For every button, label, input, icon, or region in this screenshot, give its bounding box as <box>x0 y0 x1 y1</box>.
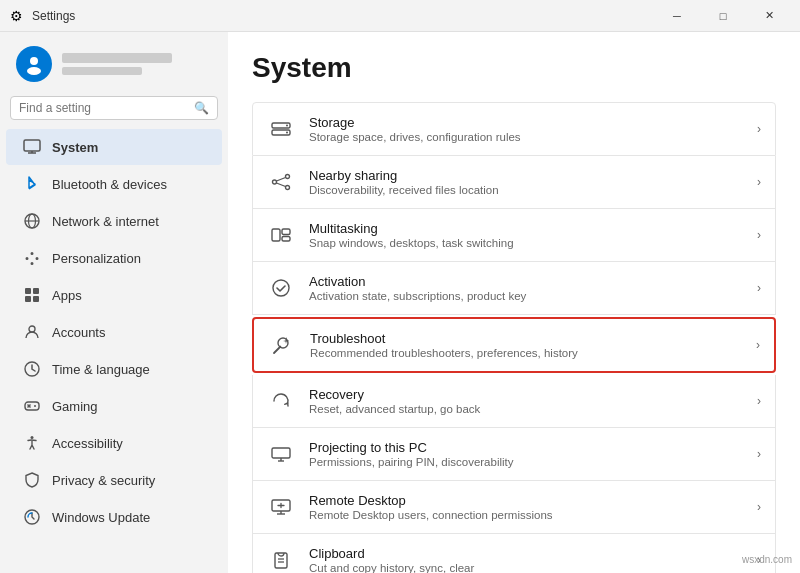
svg-point-18 <box>34 405 36 407</box>
sidebar-item-system[interactable]: System <box>6 129 222 165</box>
storage-icon <box>267 115 295 143</box>
settings-item-remote-desktop[interactable]: Remote Desktop Remote Desktop users, con… <box>252 481 776 534</box>
user-section <box>0 32 228 92</box>
sidebar-item-accessibility[interactable]: Accessibility <box>6 425 222 461</box>
item-text-nearby-sharing: Nearby sharing Discoverability, received… <box>309 168 743 196</box>
sidebar-item-windows-update[interactable]: Windows Update <box>6 499 222 535</box>
chevron-icon: › <box>757 175 761 189</box>
item-title-nearby-sharing: Nearby sharing <box>309 168 743 183</box>
sidebar-item-network[interactable]: Network & internet <box>6 203 222 239</box>
svg-line-29 <box>277 183 286 187</box>
troubleshoot-icon <box>268 331 296 359</box>
watermark: wsxdn.com <box>742 554 792 565</box>
accessibility-icon <box>22 433 42 453</box>
item-text-recovery: Recovery Reset, advanced startup, go bac… <box>309 387 743 415</box>
item-text-troubleshoot: Troubleshoot Recommended troubleshooters… <box>310 331 742 359</box>
chevron-icon: › <box>757 228 761 242</box>
sidebar-item-bluetooth[interactable]: Bluetooth & devices <box>6 166 222 202</box>
sidebar-item-label: Network & internet <box>52 214 159 229</box>
svg-point-24 <box>286 132 288 134</box>
sidebar-item-label: Time & language <box>52 362 150 377</box>
item-text-clipboard: Clipboard Cut and copy history, sync, cl… <box>309 546 743 573</box>
svg-point-23 <box>286 125 288 127</box>
page-title: System <box>252 52 776 84</box>
sidebar-item-label: Windows Update <box>52 510 150 525</box>
sidebar-item-personalization[interactable]: Personalization <box>6 240 222 276</box>
settings-item-troubleshoot[interactable]: Troubleshoot Recommended troubleshooters… <box>252 317 776 373</box>
svg-point-27 <box>286 186 290 190</box>
item-title-troubleshoot: Troubleshoot <box>310 331 742 346</box>
chevron-icon: › <box>757 281 761 295</box>
user-sub-bar <box>62 67 142 75</box>
minimize-button[interactable]: ─ <box>654 0 700 32</box>
main-content: System Storage Storage space, drives, co… <box>228 32 800 573</box>
sidebar-item-accounts[interactable]: Accounts <box>6 314 222 350</box>
time-icon <box>22 359 42 379</box>
maximize-button[interactable]: □ <box>700 0 746 32</box>
titlebar: ⚙ Settings ─ □ ✕ <box>0 0 800 32</box>
nearby-sharing-icon <box>267 168 295 196</box>
chevron-icon: › <box>757 500 761 514</box>
nav-list: System Bluetooth & devices Network & int… <box>0 128 228 536</box>
item-text-activation: Activation Activation state, subscriptio… <box>309 274 743 302</box>
search-input[interactable] <box>19 101 188 115</box>
settings-item-projecting[interactable]: Projecting to this PC Permissions, pairi… <box>252 428 776 481</box>
item-desc-projecting: Permissions, pairing PIN, discoverabilit… <box>309 456 743 468</box>
app-container: 🔍 System Bluetooth & devices Network & i… <box>0 32 800 573</box>
network-icon <box>22 211 42 231</box>
item-title-multitasking: Multitasking <box>309 221 743 236</box>
sidebar-item-label: Personalization <box>52 251 141 266</box>
sidebar-item-time[interactable]: Time & language <box>6 351 222 387</box>
svg-point-26 <box>286 175 290 179</box>
item-text-storage: Storage Storage space, drives, configura… <box>309 115 743 143</box>
item-desc-troubleshoot: Recommended troubleshooters, preferences… <box>310 347 742 359</box>
settings-item-clipboard[interactable]: Clipboard Cut and copy history, sync, cl… <box>252 534 776 573</box>
privacy-icon <box>22 470 42 490</box>
item-desc-activation: Activation state, subscriptions, product… <box>309 290 743 302</box>
sidebar-item-label: Apps <box>52 288 82 303</box>
svg-rect-10 <box>25 296 31 302</box>
personalization-icon <box>22 248 42 268</box>
item-text-projecting: Projecting to this PC Permissions, pairi… <box>309 440 743 468</box>
settings-item-activation[interactable]: Activation Activation state, subscriptio… <box>252 262 776 315</box>
sidebar: 🔍 System Bluetooth & devices Network & i… <box>0 32 228 573</box>
windows-update-icon <box>22 507 42 527</box>
item-title-clipboard: Clipboard <box>309 546 743 561</box>
settings-item-multitasking[interactable]: Multitasking Snap windows, desktops, tas… <box>252 209 776 262</box>
item-desc-multitasking: Snap windows, desktops, task switching <box>309 237 743 249</box>
settings-item-recovery[interactable]: Recovery Reset, advanced startup, go bac… <box>252 375 776 428</box>
item-title-activation: Activation <box>309 274 743 289</box>
sidebar-item-label: Bluetooth & devices <box>52 177 167 192</box>
clipboard-icon <box>267 546 295 573</box>
chevron-icon: › <box>757 447 761 461</box>
sidebar-item-label: System <box>52 140 98 155</box>
user-info <box>62 53 172 75</box>
item-desc-recovery: Reset, advanced startup, go back <box>309 403 743 415</box>
search-box[interactable]: 🔍 <box>10 96 218 120</box>
chevron-icon: › <box>756 338 760 352</box>
chevron-icon: › <box>757 394 761 408</box>
settings-icon: ⚙ <box>8 8 24 24</box>
svg-rect-34 <box>272 448 290 458</box>
sidebar-item-apps[interactable]: Apps <box>6 277 222 313</box>
activation-icon <box>267 274 295 302</box>
svg-rect-30 <box>272 229 280 241</box>
sidebar-item-privacy[interactable]: Privacy & security <box>6 462 222 498</box>
settings-list: Storage Storage space, drives, configura… <box>252 102 776 573</box>
search-icon: 🔍 <box>194 101 209 115</box>
item-title-projecting: Projecting to this PC <box>309 440 743 455</box>
sidebar-item-label: Gaming <box>52 399 98 414</box>
item-desc-clipboard: Cut and copy history, sync, clear <box>309 562 743 573</box>
item-title-recovery: Recovery <box>309 387 743 402</box>
close-button[interactable]: ✕ <box>746 0 792 32</box>
user-name-bar <box>62 53 172 63</box>
sidebar-item-gaming[interactable]: Gaming <box>6 388 222 424</box>
settings-item-nearby-sharing[interactable]: Nearby sharing Discoverability, received… <box>252 156 776 209</box>
svg-point-1 <box>27 67 41 75</box>
svg-point-25 <box>273 180 277 184</box>
item-desc-remote-desktop: Remote Desktop users, connection permiss… <box>309 509 743 521</box>
svg-rect-32 <box>282 237 290 242</box>
settings-item-storage[interactable]: Storage Storage space, drives, configura… <box>252 102 776 156</box>
titlebar-controls: ─ □ ✕ <box>654 0 792 32</box>
item-title-storage: Storage <box>309 115 743 130</box>
